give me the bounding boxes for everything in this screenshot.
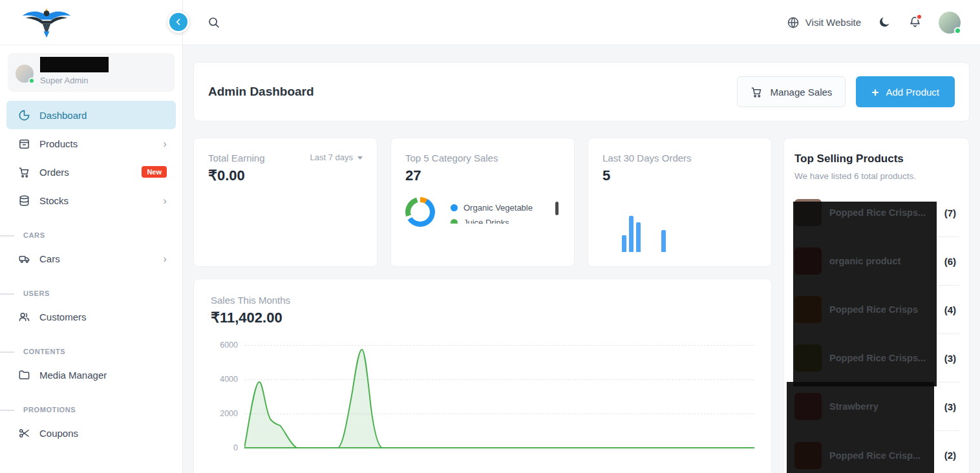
product-name: organic product bbox=[829, 256, 944, 266]
sidebar-user-card[interactable]: Super Admin bbox=[8, 53, 175, 92]
sidebar-item-label: Stocks bbox=[39, 195, 154, 206]
sidebar-item-media-manager[interactable]: Media Manager bbox=[6, 361, 176, 389]
user-avatar bbox=[16, 65, 34, 83]
date-range-dropdown[interactable]: Last 7 days bbox=[310, 152, 363, 162]
stat-label: Top 5 Category Sales bbox=[405, 152, 498, 163]
manage-sales-label: Manage Sales bbox=[770, 87, 832, 98]
online-status-dot bbox=[28, 78, 35, 84]
sidebar-section-promotions: PROMOTIONS bbox=[23, 406, 182, 414]
stat-label: Last 30 Days Orders bbox=[602, 152, 692, 163]
product-name: Popped Rice Crisps... bbox=[829, 353, 944, 363]
sidebar-item-products[interactable]: Products › bbox=[6, 129, 176, 158]
date-range-label: Last 7 days bbox=[310, 152, 354, 162]
database-icon bbox=[18, 194, 30, 207]
search-icon bbox=[208, 16, 220, 29]
product-name: Popped Rice Crisp... bbox=[829, 450, 944, 461]
legend-dot-blue bbox=[451, 204, 458, 211]
sidebar-item-customers[interactable]: Customers bbox=[6, 302, 176, 331]
scissors-icon bbox=[18, 427, 30, 439]
category-sales-card: Top 5 Category Sales 27 Organic Vegetabl… bbox=[390, 138, 575, 267]
manage-sales-button[interactable]: Manage Sales bbox=[737, 76, 846, 107]
logo-area bbox=[0, 0, 182, 45]
sales-chart-card: Sales This Months ₹11,402.00 6000 4000 2… bbox=[193, 279, 772, 473]
notification-dot bbox=[916, 14, 922, 20]
top-selling-title: Top Selling Products bbox=[794, 152, 959, 165]
sidebar-item-cars[interactable]: Cars › bbox=[6, 244, 176, 273]
product-name: Popped Rice Crisps bbox=[829, 304, 944, 315]
legend-label: Organic Vegetable bbox=[463, 203, 533, 213]
sidebar-item-label: Products bbox=[39, 138, 154, 149]
page-header-card: Admin Dashboard Manage Sales + Add Produ… bbox=[193, 62, 970, 121]
product-count: (2) bbox=[944, 450, 959, 461]
new-badge: New bbox=[142, 166, 167, 178]
online-status-dot bbox=[954, 27, 961, 34]
sidebar: Super Admin Dashboard Products bbox=[0, 0, 183, 473]
sidebar-item-label: Orders bbox=[39, 167, 133, 178]
legend-label: Juice Drinks bbox=[463, 218, 509, 224]
orders-bar-chart bbox=[622, 215, 666, 252]
users-icon bbox=[18, 311, 30, 323]
total-earning-card: Total Earning Last 7 days ₹0.00 bbox=[193, 138, 378, 267]
box-icon bbox=[18, 138, 30, 150]
page-title: Admin Dashboard bbox=[208, 85, 737, 99]
legend-scrollbar-thumb[interactable] bbox=[555, 202, 559, 215]
notifications-button[interactable] bbox=[908, 16, 922, 29]
main-content: Admin Dashboard Manage Sales + Add Produ… bbox=[183, 45, 980, 473]
dark-mode-toggle[interactable] bbox=[878, 16, 891, 29]
product-count: (3) bbox=[944, 353, 959, 364]
globe-icon bbox=[787, 16, 800, 29]
sidebar-section-cars: CARS bbox=[23, 231, 182, 239]
y-tick-label: 0 bbox=[209, 443, 238, 452]
bar bbox=[629, 216, 634, 252]
product-count: (4) bbox=[944, 304, 959, 315]
bar bbox=[636, 222, 641, 252]
sidebar-item-dashboard[interactable]: Dashboard bbox=[6, 101, 176, 129]
area-chart-svg bbox=[244, 342, 754, 452]
redacted-user-name bbox=[40, 57, 109, 72]
product-name: Popped Rice Crisps... bbox=[829, 207, 944, 218]
y-tick-label: 2000 bbox=[209, 409, 238, 418]
top-selling-panel: Top Selling Products We have listed 6 to… bbox=[783, 138, 970, 473]
orders-value: 5 bbox=[602, 167, 757, 184]
category-sales-value: 27 bbox=[405, 167, 560, 184]
top-selling-subtitle: We have listed 6 total products. bbox=[794, 171, 959, 181]
sales-label: Sales This Months bbox=[211, 295, 754, 306]
sales-area-chart: 6000 4000 2000 0 bbox=[244, 342, 754, 452]
add-product-button[interactable]: + Add Product bbox=[856, 76, 955, 107]
sidebar-section-users: USERS bbox=[23, 289, 182, 297]
orders-card: Last 30 Days Orders 5 bbox=[588, 138, 772, 267]
legend-dot-green bbox=[451, 219, 458, 224]
sidebar-item-label: Coupons bbox=[39, 428, 167, 439]
profile-avatar[interactable] bbox=[939, 12, 961, 34]
category-donut-chart bbox=[405, 197, 435, 227]
content-column: Visit Website bbox=[183, 0, 980, 473]
plus-icon: + bbox=[871, 86, 879, 98]
truck-icon bbox=[18, 253, 30, 265]
sidebar-item-label: Customers bbox=[39, 311, 167, 322]
stats-row: Total Earning Last 7 days ₹0.00 Top 5 Ca… bbox=[193, 138, 772, 267]
stat-label: Total Earning bbox=[208, 152, 265, 163]
chevron-left-icon bbox=[173, 17, 184, 27]
product-count: (7) bbox=[944, 207, 959, 218]
sidebar-item-orders[interactable]: Orders New bbox=[6, 158, 176, 186]
chevron-right-icon: › bbox=[163, 253, 167, 264]
donut-legend: Organic Vegetable Juice Drinks bbox=[451, 200, 560, 224]
sidebar-section-contents: CONTENTS bbox=[23, 348, 182, 355]
visit-website-link[interactable]: Visit Website bbox=[787, 16, 861, 29]
product-name: Strawberry bbox=[829, 401, 944, 412]
app-root: Super Admin Dashboard Products bbox=[0, 0, 980, 473]
product-count: (6) bbox=[944, 256, 959, 267]
search-button[interactable] bbox=[208, 16, 220, 29]
product-count: (3) bbox=[944, 401, 959, 412]
bar bbox=[622, 235, 626, 252]
add-product-label: Add Product bbox=[886, 87, 939, 98]
cart-icon bbox=[751, 86, 763, 98]
sidebar-item-label: Cars bbox=[39, 253, 154, 264]
sidebar-collapse-button[interactable] bbox=[167, 11, 189, 33]
cart-icon bbox=[18, 166, 30, 178]
chevron-right-icon: › bbox=[163, 195, 167, 206]
legend-item: Juice Drinks bbox=[451, 215, 549, 224]
sidebar-item-stocks[interactable]: Stocks › bbox=[6, 186, 176, 215]
caret-down-icon bbox=[357, 156, 363, 160]
sidebar-item-coupons[interactable]: Coupons bbox=[6, 419, 176, 447]
